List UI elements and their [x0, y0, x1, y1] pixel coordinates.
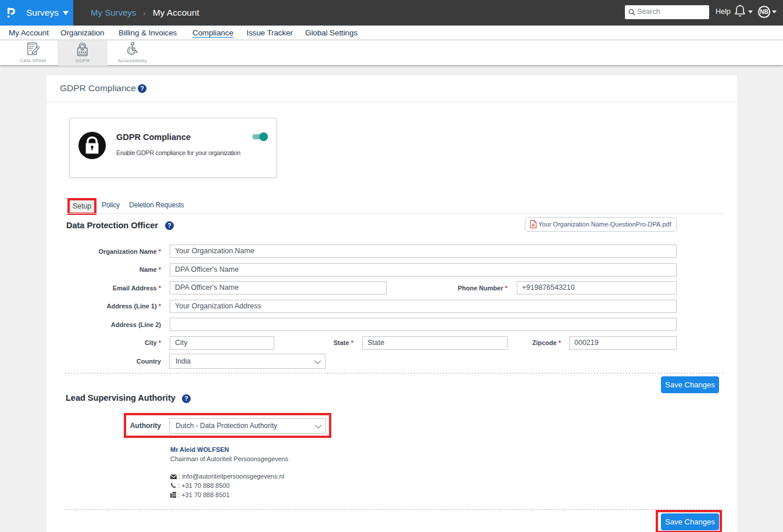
svg-text:A: A — [532, 222, 535, 228]
